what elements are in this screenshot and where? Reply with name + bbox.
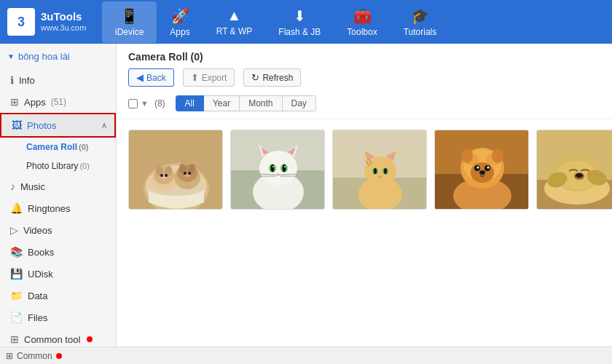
- common-tools-icon: ⊞: [6, 351, 13, 361]
- svg-point-27: [259, 151, 297, 186]
- svg-point-34: [271, 165, 275, 172]
- app-body: ▼ bông hoa lài ℹ Info ⊞ Apps (51) 🖼 Phot…: [0, 44, 612, 347]
- sidebar-item-info[interactable]: ℹ Info: [0, 69, 116, 91]
- nav-toolbox[interactable]: 🧰 Toolbox: [334, 1, 390, 43]
- back-icon: ◀: [136, 72, 144, 83]
- svg-point-70: [477, 167, 479, 169]
- refresh-button[interactable]: ↻ Refresh: [243, 68, 301, 87]
- filter-tab-month[interactable]: Month: [240, 95, 282, 111]
- sidebar-item-files[interactable]: 📄 Files: [0, 306, 116, 328]
- common-dot: [87, 336, 93, 342]
- logo-area: 3 3uTools www.3u.com: [7, 8, 87, 36]
- sidebar-item-photos[interactable]: 🖼 Photos ∧: [0, 113, 116, 138]
- select-all-checkbox[interactable]: ▼: [128, 99, 149, 108]
- refresh-icon: ↻: [251, 72, 259, 83]
- sidebar-item-apps[interactable]: ⊞ Apps (51): [0, 91, 116, 113]
- export-button[interactable]: ⬆ Export: [183, 68, 235, 87]
- svg-point-46: [364, 157, 396, 186]
- files-icon: 📄: [10, 312, 23, 323]
- sidebar-sub-photo-library[interactable]: Photo Library (0): [0, 157, 116, 175]
- svg-point-81: [576, 173, 583, 178]
- photo-item[interactable]: [230, 130, 325, 210]
- sidebar-item-ringtones[interactable]: 🔔 Ringtones: [0, 197, 116, 219]
- svg-point-71: [487, 167, 490, 169]
- sidebar-item-books[interactable]: 📚 Books: [0, 241, 116, 263]
- nav-idevice[interactable]: 📱 iDevice: [102, 1, 157, 43]
- toolbar: ◀ Back ⬆ Export ↻ Refresh: [128, 68, 600, 87]
- sidebar-device-name[interactable]: ▼ bông hoa lài: [0, 44, 116, 69]
- sidebar: ▼ bông hoa lài ℹ Info ⊞ Apps (51) 🖼 Phot…: [0, 44, 117, 347]
- sidebar-sub-camera-roll[interactable]: Camera Roll (0): [0, 138, 116, 157]
- svg-point-36: [272, 166, 274, 167]
- nav-bar: 📱 iDevice 🚀 Apps ▲ RT & WP ⬇ Flash & JB …: [102, 1, 450, 43]
- svg-point-72: [479, 170, 485, 175]
- sidebar-item-data[interactable]: 📁 Data: [0, 285, 116, 306]
- sidebar-item-videos[interactable]: ▷ Videos: [0, 219, 116, 241]
- udisk-icon: 💾: [10, 268, 23, 280]
- photos-section: 🖼 Photos ∧: [0, 113, 116, 138]
- music-icon: ♪: [10, 181, 15, 192]
- main-header: Camera Roll (0) ◀ Back ⬆ Export ↻ Refres…: [117, 44, 612, 119]
- sidebar-item-common[interactable]: ⊞ Common tool: [0, 328, 116, 347]
- common-tools-dot: [56, 353, 62, 359]
- bottom-bar: ⊞ Common: [0, 347, 612, 364]
- nav-flashjb[interactable]: ⬇ Flash & JB: [265, 1, 334, 43]
- idevice-icon: 📱: [120, 7, 138, 25]
- filter-tab-day[interactable]: Day: [283, 95, 316, 111]
- back-button[interactable]: ◀ Back: [128, 68, 174, 87]
- app-header: 3 3uTools www.3u.com 📱 iDevice 🚀 Apps ▲ …: [0, 0, 612, 44]
- apps-icon: 🚀: [171, 7, 189, 25]
- photo-item[interactable]: [128, 130, 223, 210]
- books-icon: 📚: [10, 246, 23, 258]
- main-content: Camera Roll (0) ◀ Back ⬆ Export ↻ Refres…: [117, 44, 612, 347]
- dropdown-arrow[interactable]: ▼: [141, 99, 149, 108]
- nav-rtwp[interactable]: ▲ RT & WP: [203, 1, 266, 42]
- svg-rect-22: [129, 130, 223, 210]
- nav-tutorials[interactable]: 🎓 Tutorials: [391, 1, 450, 43]
- common-icon: ⊞: [10, 333, 19, 345]
- svg-point-37: [284, 166, 286, 167]
- photo-item[interactable]: [332, 130, 427, 210]
- photo-grid: [117, 119, 612, 347]
- filter-tab-all[interactable]: All: [176, 95, 204, 111]
- svg-point-35: [283, 165, 286, 172]
- photos-icon: 🖼: [12, 119, 22, 131]
- ringtones-icon: 🔔: [10, 202, 23, 214]
- flashjb-icon: ⬇: [294, 7, 306, 25]
- tutorials-icon: 🎓: [411, 7, 429, 25]
- sidebar-item-music[interactable]: ♪ Music: [0, 175, 116, 197]
- logo-icon: 3: [7, 8, 35, 36]
- toolbox-icon: 🧰: [353, 7, 372, 25]
- svg-point-53: [374, 168, 377, 174]
- photos-chevron: ∧: [101, 121, 107, 130]
- svg-point-65: [461, 149, 473, 163]
- photo-count: (8): [154, 98, 165, 108]
- device-arrow-icon: ▼: [7, 52, 15, 60]
- filter-row: ▼ (8) All Year Month Day: [128, 92, 600, 114]
- svg-point-66: [492, 149, 503, 163]
- bottom-label: Common: [17, 351, 52, 361]
- nav-apps[interactable]: 🚀 Apps: [157, 1, 203, 43]
- apps-sidebar-icon: ⊞: [10, 96, 19, 108]
- export-icon: ⬆: [191, 72, 199, 83]
- sidebar-item-udisk[interactable]: 💾 UDisk: [0, 263, 116, 285]
- page-title: Camera Roll (0): [128, 51, 600, 63]
- rtwp-icon: ▲: [227, 7, 242, 24]
- photo-item[interactable]: [434, 130, 529, 210]
- filter-tab-year[interactable]: Year: [204, 95, 240, 111]
- filter-tabs: All Year Month Day: [176, 95, 316, 111]
- logo-text: 3uTools www.3u.com: [41, 10, 86, 33]
- data-icon: 📁: [10, 290, 23, 301]
- photo-item[interactable]: [536, 130, 612, 210]
- svg-point-54: [384, 168, 387, 174]
- videos-icon: ▷: [10, 224, 18, 236]
- checkbox-input[interactable]: [128, 99, 138, 108]
- info-icon: ℹ: [10, 74, 14, 86]
